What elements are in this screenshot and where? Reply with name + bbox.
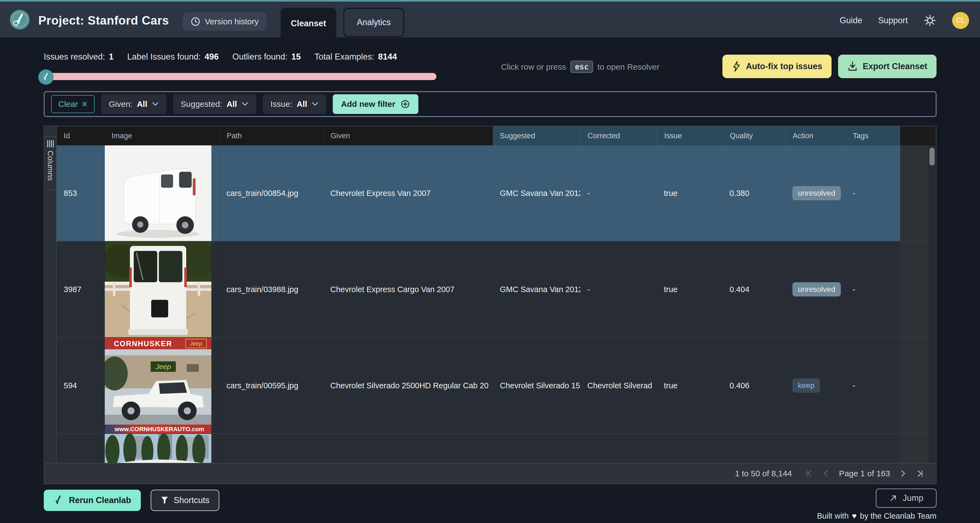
row-thumbnail-white-van-studio — [105, 145, 212, 241]
clear-x-icon: × — [82, 99, 88, 109]
cell-tags: - — [845, 145, 900, 241]
tab-analytics[interactable]: Analytics — [344, 8, 404, 37]
rerun-cleanlab-button[interactable]: Rerun Cleanlab — [44, 490, 141, 511]
cell-quality: 0.406 — [722, 338, 785, 433]
cell-action: unresolved — [785, 242, 845, 337]
add-new-filter-button[interactable]: Add new filter — [333, 94, 418, 114]
col-header-image[interactable]: Image — [105, 126, 219, 145]
cleanlab-logo[interactable] — [9, 9, 30, 31]
cell-action — [785, 434, 845, 464]
table-row[interactable] — [57, 433, 935, 464]
col-header-quality[interactable]: Quality — [722, 126, 785, 145]
cell-path — [219, 434, 323, 464]
cell-given: Chevrolet Express Van 2007 — [323, 145, 493, 241]
col-header-issue[interactable]: Issue — [657, 126, 722, 145]
stat-outliers: Outliers found:15 — [232, 52, 301, 62]
cell-suggested: Chevrolet Silverado 15 — [493, 338, 580, 433]
cell-id: 594 — [57, 338, 105, 433]
vertical-scrollbar[interactable] — [928, 145, 936, 464]
cell-given: Chevrolet Silverado 2500HD Regular Cab 2… — [323, 338, 493, 433]
broom-icon — [54, 495, 64, 506]
cell-quality: 0.380 — [722, 145, 785, 241]
cell-issue: true — [657, 242, 722, 337]
col-header-corrected[interactable]: Corrected — [580, 126, 657, 145]
table-footer: 1 to 50 of 8,144 Page 1 of 163 — [44, 463, 936, 483]
cell-path: cars_train/00854.jpg — [219, 145, 323, 241]
stats-row: Issues resolved:1 Label Issues found:496… — [44, 52, 397, 62]
cell-issue: true — [657, 145, 722, 241]
cell-suggested — [493, 434, 580, 464]
cell-id: 853 — [57, 145, 105, 241]
first-page-button[interactable] — [804, 469, 813, 478]
col-header-path[interactable]: Path — [219, 126, 323, 145]
cell-image — [105, 434, 219, 464]
version-history-button[interactable]: Version history — [182, 12, 267, 31]
svg-text:CORNHUSKER: CORNHUSKER — [114, 339, 172, 348]
cell-action: keep — [785, 338, 845, 433]
col-header-given[interactable]: Given — [323, 126, 493, 145]
tab-cleanset[interactable]: Cleanset — [280, 8, 336, 39]
col-header-action[interactable]: Action — [785, 126, 845, 145]
stat-label-issues: Label Issues found:496 — [127, 52, 219, 62]
svg-text:www.CORNHUSKERAUTO.com: www.CORNHUSKERAUTO.com — [114, 426, 204, 433]
progress-broom-icon — [38, 70, 54, 85]
table-row[interactable]: 3987 — [57, 241, 935, 337]
cell-image — [105, 242, 219, 337]
filter-issue-dropdown[interactable]: Issue:All — [263, 94, 326, 114]
filter-given-dropdown[interactable]: Given:All — [101, 94, 167, 114]
download-icon — [847, 61, 858, 72]
action-badge-keep: keep — [792, 379, 820, 393]
lightning-icon — [732, 61, 741, 72]
jump-button[interactable]: Jump — [876, 488, 937, 508]
svg-text:Jeep: Jeep — [189, 340, 203, 347]
cell-image — [105, 145, 219, 241]
cleanlab-logo-icon — [9, 9, 30, 31]
cell-suggested: GMC Savana Van 2012 — [493, 242, 580, 337]
svg-text:Jeep: Jeep — [155, 363, 171, 371]
page-title: Project: Stanford Cars — [38, 14, 169, 27]
scrollbar-thumb[interactable] — [929, 147, 935, 166]
table-header-row: Id Image Path Given Suggested Corrected … — [57, 126, 935, 145]
theme-toggle-icon[interactable] — [924, 14, 936, 27]
next-page-button[interactable] — [898, 469, 908, 478]
guide-link[interactable]: Guide — [840, 16, 862, 25]
shortcuts-button[interactable]: Shortcuts — [151, 490, 219, 511]
table-row[interactable]: 853 cars_train/00854.jpg Ch — [57, 145, 935, 241]
prev-page-button[interactable] — [821, 469, 831, 478]
clear-filters-button[interactable]: Clear × — [51, 95, 95, 113]
resolver-hint: Click row or press esc to open Resolver — [501, 61, 660, 73]
cell-path: cars_train/03988.jpg — [219, 242, 323, 337]
main-tabs: Cleanset Analytics — [280, 2, 404, 39]
action-badge-unresolved: unresolved — [792, 186, 841, 200]
cell-image: Jeep CORNHUSKER Jeep www.CORNHUSKERAUTO.… — [105, 338, 219, 433]
table-row[interactable]: 594 Jeep — [57, 337, 935, 433]
stat-total-examples: Total Examples:8144 — [315, 52, 397, 62]
action-badge-unresolved: unresolved — [792, 282, 841, 296]
last-page-button[interactable] — [916, 469, 925, 478]
table-body: 853 cars_train/00854.jpg Ch — [57, 145, 935, 464]
page-indicator: Page 1 of 163 — [839, 469, 890, 478]
row-range-label: 1 to 50 of 8,144 — [735, 469, 792, 478]
cell-quality: 0.404 — [722, 242, 785, 337]
chevron-down-icon — [152, 101, 159, 106]
issues-progress-bar — [46, 73, 436, 80]
cell-tags: - — [845, 338, 900, 433]
col-header-tags[interactable]: Tags — [845, 126, 900, 145]
cell-corrected: - — [580, 242, 657, 337]
version-history-label: Version history — [205, 17, 259, 26]
cleanlab-app: Project: Stanford Cars Version history C… — [0, 0, 980, 523]
stat-issues-resolved: Issues resolved:1 — [44, 52, 113, 62]
user-avatar[interactable]: CL — [952, 12, 969, 29]
top-nav: Guide Support CL — [840, 2, 969, 39]
col-header-id[interactable]: Id — [57, 126, 105, 145]
clock-icon — [191, 17, 200, 27]
filter-suggested-dropdown[interactable]: Suggested:All — [173, 94, 256, 114]
col-header-suggested[interactable]: Suggested — [493, 126, 580, 145]
top-actions: Auto-fix top issues Export Cleanset — [722, 55, 937, 78]
export-cleanset-button[interactable]: Export Cleanset — [838, 55, 937, 78]
cell-given: Chevrolet Express Cargo Van 2007 — [323, 242, 493, 337]
columns-panel-toggle[interactable]: Columns — [44, 126, 57, 464]
cell-given — [323, 434, 493, 464]
autofix-button[interactable]: Auto-fix top issues — [722, 55, 832, 78]
support-link[interactable]: Support — [878, 16, 908, 25]
